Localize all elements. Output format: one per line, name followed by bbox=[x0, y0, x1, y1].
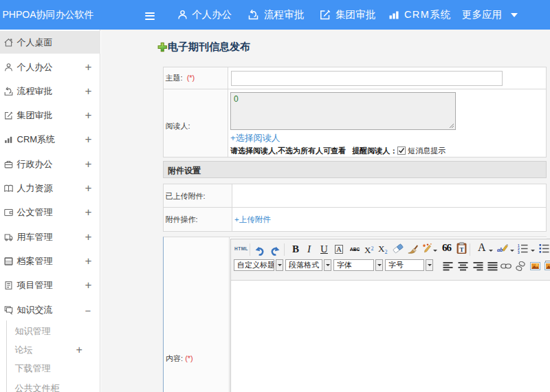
svg-text:ab: ab bbox=[497, 246, 503, 253]
svg-text:T: T bbox=[459, 246, 463, 253]
svg-text:3: 3 bbox=[518, 251, 520, 254]
